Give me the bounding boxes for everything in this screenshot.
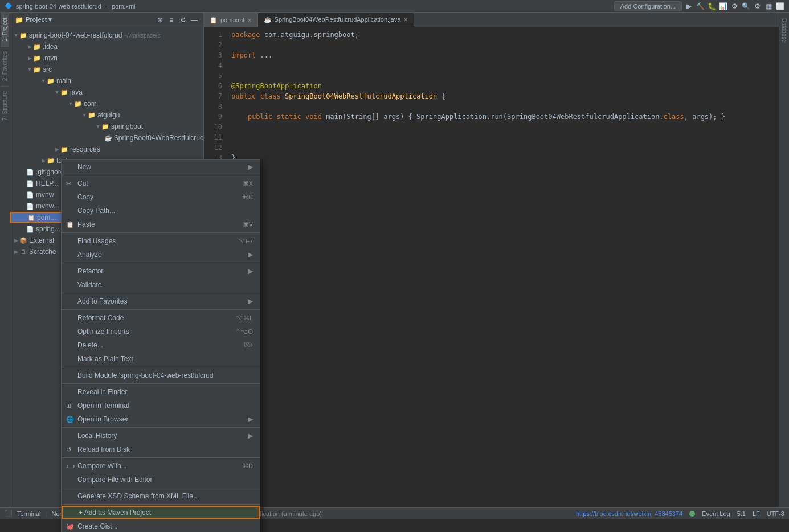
maximize-icon[interactable]: ⬜ (775, 2, 784, 11)
menu-item-local-history[interactable]: Local History ▶ (62, 429, 260, 443)
separator-2 (62, 232, 260, 233)
menu-item-create-gist[interactable]: 🐙 Create Gist... (62, 519, 260, 532)
database-tab[interactable]: Database (780, 15, 788, 46)
status-right: https://blog.csdn.net/weixin_45345374 Ev… (576, 510, 784, 517)
menu-item-compare-with[interactable]: ⟷ Compare With... ⌘D (62, 459, 260, 473)
menu-item-reload-disk[interactable]: ↺ Reload from Disk (62, 443, 260, 456)
help-label: HELP... (36, 179, 59, 187)
editor-content: 1234567891011121314 package com.atguigu.… (204, 27, 779, 507)
editor-area: 📋 pom.xml ✕ ☕ SpringBoot04WebRestfulcrud… (204, 13, 779, 507)
collapse-icon[interactable]: ≡ (167, 15, 176, 24)
build-icon[interactable]: 🔨 (696, 2, 705, 11)
project-folder-icon: 📁 (15, 16, 23, 24)
green-dot-icon (689, 511, 695, 517)
separator-vert: | (46, 510, 47, 517)
menu-item-optimize[interactable]: Optimize Imports ⌃⌥O (62, 325, 260, 338)
main-folder-label: main (56, 77, 71, 85)
list-item[interactable]: ☕ SpringBoot04WebRestfulcruc (10, 132, 203, 144)
menu-item-compare-editor[interactable]: Compare File with Editor (62, 473, 260, 486)
list-item[interactable]: ▶ 📁 .mvn (10, 52, 203, 64)
menu-item-add-maven[interactable]: + Add as Maven Project (62, 506, 260, 519)
separator-4 (62, 293, 260, 293)
separator-5 (62, 309, 260, 310)
cut-shortcut: ⌘X (243, 180, 253, 187)
menu-item-new[interactable]: New ▶ (62, 160, 260, 174)
tab-pom-close[interactable]: ✕ (247, 17, 252, 23)
minimize-panel-icon[interactable]: — (190, 15, 199, 24)
menu-item-reveal-finder[interactable]: Reveal in Finder (62, 385, 260, 399)
compare-shortcut: ⌘D (242, 463, 253, 470)
tree-root[interactable]: ▼ 📁 spring-boot-04-web-restfulcrud ~/wor… (10, 30, 203, 41)
menu-item-gen-xsd[interactable]: Generate XSD Schema from XML File... (62, 489, 260, 503)
browser-arrow: ▶ (248, 415, 253, 423)
menu-item-paste[interactable]: 📋 Paste ⌘V (62, 218, 260, 231)
profile-icon[interactable]: ⚙ (730, 2, 739, 11)
encoding-label[interactable]: UTF-8 (767, 510, 784, 517)
menu-item-copy[interactable]: Copy ⌘C (62, 190, 260, 204)
sidebar-item-favorites[interactable]: 2: Favorites (1, 46, 9, 85)
tab-main-class[interactable]: ☕ SpringBoot04WebRestfulcrudApplication.… (258, 13, 415, 27)
menu-item-validate[interactable]: Validate (62, 278, 260, 292)
project-title: Project ▾ (26, 16, 52, 23)
search-everywhere-icon[interactable]: 🔍 (741, 2, 750, 11)
coverage-icon[interactable]: 📊 (718, 2, 727, 11)
event-log-label[interactable]: Event Log (702, 510, 730, 517)
debug-icon[interactable]: 🐛 (707, 2, 716, 11)
com-folder-label: com (84, 100, 97, 108)
menu-item-mark-plain[interactable]: Mark as Plain Text (62, 352, 260, 366)
idea-folder-label: .idea (43, 43, 58, 51)
delete-label: Delete... (77, 341, 103, 349)
sidebar-item-project[interactable]: 1: Project (1, 13, 9, 46)
terminal-label[interactable]: Terminal (17, 510, 41, 517)
line-ending-label[interactable]: LF (753, 510, 760, 517)
menu-item-copy-path[interactable]: Copy Path... (62, 204, 260, 218)
add-maven-label: + Add as Maven Project (79, 509, 151, 517)
optimize-shortcut: ⌃⌥O (235, 328, 253, 335)
new-label: New (77, 163, 91, 171)
menu-item-reformat[interactable]: Reformat Code ⌥⌘L (62, 311, 260, 325)
reload-icon: ↺ (66, 446, 71, 453)
tab-pom[interactable]: 📋 pom.xml ✕ (204, 13, 258, 27)
menu-item-delete[interactable]: Delete... ⌦ (62, 338, 260, 352)
open-browser-label: Open in Browser (77, 415, 128, 423)
add-configuration-button[interactable]: Add Configuration... (614, 1, 682, 11)
idea-icon: 🔷 (5, 2, 13, 10)
run-icon[interactable]: ▶ (684, 2, 693, 11)
terminal-button[interactable]: ⬛ (5, 510, 13, 517)
tab-main-label: SpringBoot04WebRestfulcrudApplication.ja… (275, 16, 401, 23)
mvn-folder-label: .mvn (43, 54, 58, 62)
menu-item-refactor[interactable]: Refactor ▶ (62, 264, 260, 278)
settings-tree-icon[interactable]: ⚙ (178, 15, 187, 24)
menu-item-find-usages[interactable]: Find Usages ⌥F7 (62, 234, 260, 248)
menu-item-open-browser[interactable]: 🌐 Open in Browser ▶ (62, 412, 260, 426)
settings-icon[interactable]: ⚙ (753, 2, 762, 11)
menu-item-add-favorites[interactable]: Add to Favorites ▶ (62, 294, 260, 308)
copy-label: Copy (77, 193, 93, 201)
sidebar-item-structure[interactable]: 7: Structure (1, 86, 9, 125)
list-item[interactable]: ▼ 📁 src (10, 64, 203, 75)
list-item[interactable]: ▼ 📁 atguigu (10, 109, 203, 121)
title-bar-right: Add Configuration... ▶ 🔨 🐛 📊 ⚙ 🔍 ⚙ ▦ ⬜ (614, 1, 784, 11)
terminal-icon: ⊞ (66, 402, 71, 410)
list-item[interactable]: ▼ 📁 main (10, 75, 203, 87)
separator-9 (62, 457, 260, 458)
list-item[interactable]: ▼ 📁 java (10, 87, 203, 98)
project-header-icons: ⊕ ≡ ⚙ — (156, 15, 199, 24)
locate-icon[interactable]: ⊕ (156, 15, 165, 24)
springboot-folder-label: springboot (111, 122, 143, 130)
list-item[interactable]: ▶ 📁 .idea (10, 41, 203, 52)
cut-label: Cut (77, 179, 88, 187)
project-name-label: spring-boot-04-web-restfulcrud (16, 3, 101, 10)
tab-main-close[interactable]: ✕ (403, 17, 408, 23)
url-label[interactable]: https://blog.csdn.net/weixin_45345374 (576, 510, 682, 517)
menu-item-analyze[interactable]: Analyze ▶ (62, 248, 260, 261)
list-item[interactable]: ▼ 📁 springboot (10, 121, 203, 132)
menu-item-build-module[interactable]: Build Module 'spring-boot-04-web-restful… (62, 369, 260, 382)
menu-item-open-terminal[interactable]: ⊞ Open in Terminal (62, 399, 260, 412)
list-item[interactable]: ▼ 📁 com (10, 98, 203, 109)
code-editor[interactable]: package com.atguigu.springboot; import .… (227, 27, 779, 507)
layout-icon[interactable]: ▦ (764, 2, 773, 11)
list-item[interactable]: ▶ 📁 resources (10, 144, 203, 155)
add-favorites-label: Add to Favorites (77, 297, 127, 305)
menu-item-cut[interactable]: ✂ Cut ⌘X (62, 177, 260, 190)
